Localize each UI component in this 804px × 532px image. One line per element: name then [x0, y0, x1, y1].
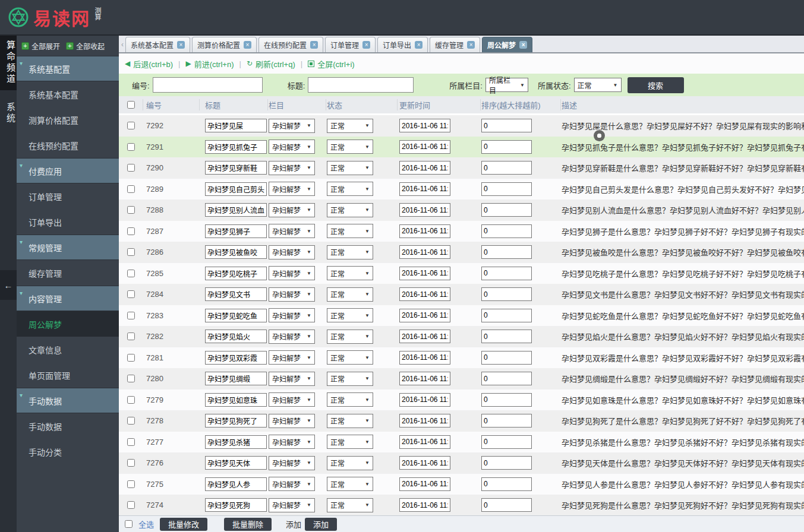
row-column-select[interactable]: 孕妇解梦 ▼ — [269, 140, 315, 154]
row-status-select[interactable]: 正常 ▼ — [327, 498, 373, 512]
sidebar-group-手动数据[interactable]: ▾手动数据 — [17, 388, 119, 413]
close-icon[interactable]: × — [362, 41, 370, 49]
sidebar-group-付费应用[interactable]: ▾付费应用 — [17, 158, 119, 183]
row-title-input[interactable] — [205, 182, 267, 196]
row-updated-input[interactable] — [399, 140, 450, 154]
row-status-select[interactable]: 正常 ▼ — [327, 119, 373, 133]
row-column-select[interactable]: 孕妇解梦 ▼ — [269, 224, 315, 238]
tab-系统基本配置[interactable]: 系统基本配置× — [125, 37, 190, 52]
column-filter-select[interactable]: 所属栏目 ▼ — [485, 78, 528, 92]
row-column-select[interactable]: 孕妇解梦 ▼ — [269, 245, 315, 259]
close-icon[interactable]: × — [519, 41, 527, 49]
row-checkbox[interactable] — [127, 501, 135, 509]
row-sort-input[interactable] — [481, 119, 532, 132]
search-button[interactable]: 搜索 — [628, 77, 684, 93]
sidebar-item-在线预约配置[interactable]: 在线预约配置 — [17, 132, 119, 158]
status-filter-select[interactable]: 正常 ▼ — [574, 78, 622, 92]
row-column-select[interactable]: 孕妇解梦 ▼ — [269, 350, 315, 365]
row-status-select[interactable]: 正常 ▼ — [327, 477, 373, 491]
select-all-checkbox-header[interactable] — [127, 101, 135, 109]
add-button[interactable]: 添加 — [305, 518, 337, 531]
sidebar-item-文章信息[interactable]: 文章信息 — [17, 337, 119, 362]
row-column-select[interactable]: 孕妇解梦 ▼ — [269, 203, 315, 217]
row-sort-input[interactable] — [481, 245, 532, 259]
sidebar-item-缓存管理[interactable]: 缓存管理 — [17, 260, 119, 286]
row-title-input[interactable] — [205, 393, 267, 407]
row-status-select[interactable]: 正常 ▼ — [327, 456, 373, 470]
row-status-select[interactable]: 正常 ▼ — [327, 392, 373, 407]
row-updated-input[interactable] — [399, 287, 450, 301]
close-icon[interactable]: × — [415, 41, 423, 49]
sidebar-item-手动分类[interactable]: 手动分类 — [17, 439, 119, 464]
row-checkbox[interactable] — [127, 396, 135, 404]
close-icon[interactable]: × — [310, 41, 318, 49]
row-title-input[interactable] — [205, 351, 267, 365]
tab-订单导出[interactable]: 订单导出× — [377, 37, 428, 52]
sidebar-item-系统基本配置[interactable]: 系统基本配置 — [17, 81, 119, 107]
row-title-input[interactable] — [205, 435, 267, 449]
row-column-select[interactable]: 孕妇解梦 ▼ — [269, 161, 315, 175]
channel-tab-fortune[interactable]: 算命频道 — [0, 36, 17, 90]
row-sort-input[interactable] — [481, 330, 532, 343]
row-title-input[interactable] — [205, 309, 267, 322]
row-title-input[interactable] — [205, 203, 267, 217]
row-title-input[interactable] — [205, 372, 267, 385]
row-updated-input[interactable] — [399, 309, 450, 322]
row-checkbox[interactable] — [127, 206, 135, 214]
row-status-select[interactable]: 正常 ▼ — [327, 266, 373, 280]
row-status-select[interactable]: 正常 ▼ — [327, 245, 373, 259]
sidebar-group-内容管理[interactable]: ▾内容管理 — [17, 286, 119, 311]
row-column-select[interactable]: 孕妇解梦 ▼ — [269, 392, 315, 407]
row-updated-input[interactable] — [399, 456, 450, 470]
row-checkbox[interactable] — [127, 290, 135, 298]
batch-edit-button[interactable]: 批量修改 — [160, 518, 207, 531]
row-title-input[interactable] — [205, 140, 267, 154]
row-updated-input[interactable] — [399, 182, 450, 196]
select-all-checkbox[interactable] — [125, 520, 133, 528]
tab-测算价格配置[interactable]: 测算价格配置× — [192, 37, 257, 52]
row-updated-input[interactable] — [399, 245, 450, 259]
sidebar-item-订单导出[interactable]: 订单导出 — [17, 209, 119, 235]
row-checkbox[interactable] — [127, 270, 135, 277]
row-checkbox[interactable] — [127, 185, 135, 193]
row-title-input[interactable] — [205, 287, 267, 301]
row-sort-input[interactable] — [481, 477, 532, 491]
row-column-select[interactable]: 孕妇解梦 ▼ — [269, 414, 315, 428]
row-status-select[interactable]: 正常 ▼ — [327, 435, 373, 449]
row-column-select[interactable]: 孕妇解梦 ▼ — [269, 435, 315, 449]
row-updated-input[interactable] — [399, 477, 450, 491]
row-updated-input[interactable] — [399, 435, 450, 449]
row-updated-input[interactable] — [399, 414, 450, 428]
row-status-select[interactable]: 正常 ▼ — [327, 203, 373, 217]
sidebar-item-手动数据[interactable]: 手动数据 — [17, 413, 119, 439]
row-checkbox[interactable] — [127, 438, 135, 446]
row-column-select[interactable]: 孕妇解梦 ▼ — [269, 372, 315, 386]
batch-delete-button[interactable]: 批量删除 — [224, 518, 272, 531]
sidebar-group-系统基配置[interactable]: ▾系统基配置 — [17, 56, 119, 81]
row-checkbox[interactable] — [127, 312, 135, 319]
row-checkbox[interactable] — [127, 122, 135, 129]
row-sort-input[interactable] — [481, 351, 532, 365]
row-title-input[interactable] — [205, 224, 267, 238]
toolbar-back-arrow-button[interactable]: ◀后退(ctrl+b) — [125, 58, 173, 69]
sidebar-item-测算价格配置[interactable]: 测算价格配置 — [17, 107, 119, 132]
tab-订单管理[interactable]: 订单管理× — [325, 37, 376, 52]
row-checkbox[interactable] — [127, 375, 135, 382]
close-icon[interactable]: × — [244, 41, 251, 49]
row-checkbox[interactable] — [127, 354, 135, 362]
sidebar-item-单页面管理[interactable]: 单页面管理 — [17, 362, 119, 388]
row-title-input[interactable] — [205, 498, 267, 512]
row-checkbox[interactable] — [127, 227, 135, 235]
row-sort-input[interactable] — [481, 393, 532, 407]
row-title-input[interactable] — [205, 267, 267, 280]
row-updated-input[interactable] — [399, 393, 450, 407]
row-updated-input[interactable] — [399, 224, 450, 238]
row-checkbox[interactable] — [127, 332, 135, 340]
tab-scroll-left-icon[interactable]: ‹ — [120, 40, 125, 52]
row-status-select[interactable]: 正常 ▼ — [327, 414, 373, 428]
close-icon[interactable]: × — [177, 41, 185, 49]
row-checkbox[interactable] — [127, 143, 135, 151]
row-checkbox[interactable] — [127, 480, 135, 488]
row-sort-input[interactable] — [481, 372, 532, 385]
row-sort-input[interactable] — [481, 224, 532, 238]
